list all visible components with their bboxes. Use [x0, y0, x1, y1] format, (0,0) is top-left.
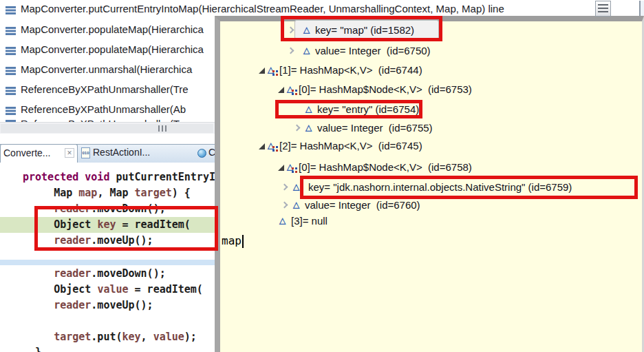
close-icon[interactable]: ✕	[65, 148, 74, 158]
right-edge-scrollbar[interactable]	[639, 1, 644, 16]
grip-line-icon	[598, 8, 608, 9]
stack-frame-label: MapConverter.putCurrentEntryIntoMap(Hier…	[21, 1, 504, 17]
stack-frame-label: ReferenceByXPathUnmarshaller(Tre	[21, 81, 189, 98]
annotation-box-key-nativestring	[300, 176, 638, 199]
expression-text: map	[222, 234, 242, 247]
expand-arrow-icon[interactable]	[259, 143, 265, 149]
code-line: reader.moveUp();	[23, 298, 153, 313]
variable-label: [0]= HashMap$Node<K,V> (id=6753)	[299, 82, 472, 97]
scrollbar-thumb[interactable]	[1, 124, 213, 133]
stack-frame-icon	[6, 107, 16, 109]
scrollbar-grip-icon	[165, 125, 167, 132]
expand-arrow-icon[interactable]	[278, 87, 284, 93]
expand-arrow-icon[interactable]	[259, 68, 265, 74]
eclipse-debug-window: MapConverter.putCurrentEntryIntoMap(Hier…	[0, 0, 644, 352]
stack-frame-icon	[6, 67, 16, 69]
code-line: reader.moveDown();	[23, 266, 166, 282]
stack-frame[interactable]: ReferenceByXPathUnmarshaller(Tr	[0, 117, 215, 122]
scrollbar-grip-icon	[162, 125, 163, 132]
globe-icon	[197, 149, 206, 158]
stack-frame-label: MapConverter.populateMap(Hierarchica	[21, 21, 204, 38]
tab-restaction[interactable]: RestActionI...	[93, 147, 150, 158]
variable-icon: △	[305, 123, 312, 132]
stack-frame-label: MapConverter.unmarshal(Hierarchica	[21, 61, 192, 78]
variable-ref-icon: △	[268, 65, 274, 74]
expression-input[interactable]: map	[222, 234, 244, 249]
scrollbar-grip-icon	[158, 125, 160, 132]
stack-frame-icon	[6, 6, 16, 8]
grip-line-icon	[598, 11, 608, 12]
reference-grid-icon	[272, 146, 275, 148]
variable-label: [0]= HashMap$Node<K,V> (id=6758)	[299, 160, 472, 175]
variable-ref-icon: △	[287, 162, 293, 172]
stack-frame-label: ReferenceByXPathUnmarshaller(Tr	[21, 117, 182, 122]
variable-label: value= Integer (id=6750)	[315, 43, 431, 59]
stack-frame-label: MapConverter.populateMap(Hierarchica	[21, 41, 204, 58]
stack-frame-icon	[6, 27, 16, 29]
tab-label: Converte...	[3, 147, 50, 158]
stack-frame-icon	[6, 47, 16, 49]
variable-icon: △	[279, 216, 286, 225]
annotation-box-key-map	[281, 16, 442, 41]
stack-frame-label: ReferenceByXPathUnmarshaller(Ab	[21, 101, 186, 118]
code-line: Map map, Map target) {	[23, 185, 191, 201]
binary-file-icon: 010	[81, 147, 90, 158]
text-caret	[242, 235, 244, 248]
annotation-box-key-entry	[275, 100, 422, 118]
stack-scrollbar-grip-button[interactable]	[595, 1, 611, 17]
code-line: Object value = readItem(	[23, 282, 203, 298]
code-line: }	[23, 344, 41, 352]
variable-label: [2]= HashMap<K,V> (id=6745)	[279, 138, 422, 154]
stack-horizontal-scrollbar[interactable]	[0, 122, 215, 134]
variable-ref-icon: △	[287, 84, 293, 94]
reference-grid-icon	[292, 167, 294, 169]
tab-converter[interactable]: Converte... ✕	[0, 144, 78, 163]
variable-label: value= Integer (id=6755)	[317, 121, 433, 136]
reference-grid-icon	[272, 70, 275, 72]
selected-line-highlight	[0, 260, 215, 265]
reference-grid-icon	[292, 90, 294, 92]
grip-line-icon	[598, 4, 608, 6]
expand-arrow-icon[interactable]	[278, 165, 284, 171]
variable-icon: △	[293, 182, 299, 191]
variable-label: [3]= null	[291, 214, 328, 229]
variable-icon: △	[303, 45, 310, 55]
variable-ref-icon: △	[268, 141, 274, 150]
stack-frame-icon	[6, 87, 16, 89]
annotation-box-code	[34, 206, 218, 251]
variable-label: value= Integer (id=6760)	[305, 198, 420, 213]
variable-label: [1]= HashMap<K,V> (id=6744)	[279, 63, 422, 78]
code-line: target.put(key, value);	[23, 329, 197, 345]
variable-icon: △	[293, 200, 299, 209]
